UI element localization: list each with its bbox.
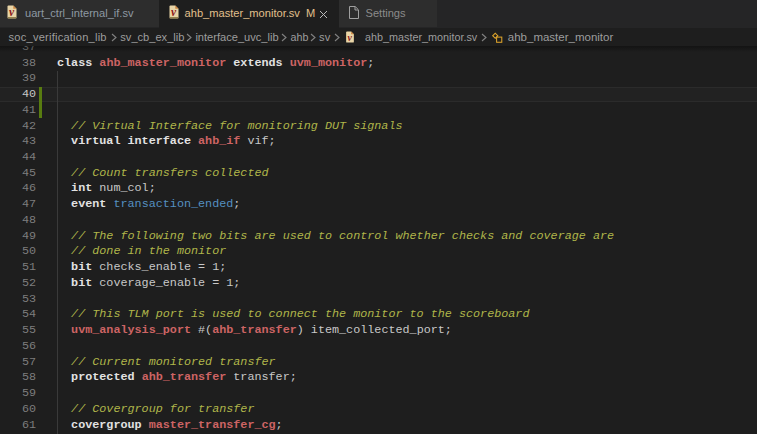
svg-text:v: v (171, 6, 177, 18)
svg-text:v: v (348, 32, 353, 43)
svg-text:v: v (9, 6, 15, 18)
